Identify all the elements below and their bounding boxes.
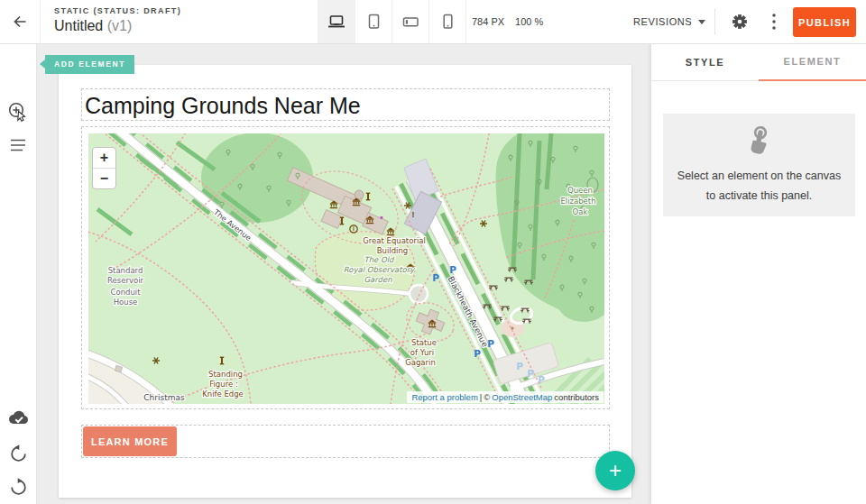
map-label-christmas: Christmas [143,393,185,402]
tablet-icon [364,14,382,30]
button-element-row[interactable]: LEARN MORE [81,425,610,458]
toolbar-divider [714,8,715,35]
map-attribution: Report a problem|©OpenStreetMapcontribut… [407,391,603,403]
svg-text:Royal Observatory: Royal Observatory [344,265,416,274]
phone-landscape-preview-button[interactable] [392,0,428,43]
svg-text:Conduit: Conduit [111,288,142,297]
tap-select-icon [743,124,776,159]
desktop-preview-button[interactable] [318,0,355,43]
map-zoom-in-button[interactable]: + [93,148,115,169]
chevron-down-icon [698,20,705,24]
svg-text:i: i [353,225,355,232]
hamburger-lines-icon [9,138,27,152]
add-element-tooltip: ADD ELEMENT [45,55,134,74]
page-heading-text: Camping Grounds Near Me [82,89,609,119]
panel-placeholder: Select an element on the canvas to activ… [663,114,855,216]
phone-landscape-icon [401,14,420,29]
page-structure-button[interactable] [0,129,36,161]
svg-text:Standing: Standing [208,370,243,379]
svg-text:Knife Edge: Knife Edge [202,389,244,399]
phone-portrait-preview-button[interactable] [428,0,466,43]
redo-button[interactable] [0,471,36,503]
heading-element[interactable]: Camping Grounds Near Me [81,88,610,121]
undo-button[interactable] [0,437,36,470]
svg-text:!: ! [412,210,415,219]
revisions-dropdown[interactable]: REVISIONS [633,0,705,43]
openstreetmap-embed[interactable]: i ! P P P P [88,133,604,404]
page-title-block: STATIC (STATUS: DRAFT) Untitled (v1) [54,6,181,34]
svg-text:Oak: Oak [573,207,588,216]
report-problem-link[interactable]: Report a problem [411,392,477,402]
svg-text:Reservoir: Reservoir [107,276,143,285]
panel-placeholder-text: Select an element on the canvas to activ… [677,166,841,206]
overflow-menu-button[interactable] [763,0,785,43]
back-button[interactable] [0,0,41,43]
settings-button[interactable] [727,0,752,43]
svg-text:P: P [516,361,523,371]
page-document: Camping Grounds Near Me [59,65,631,498]
laptop-icon [327,14,346,30]
undo-icon [9,444,28,463]
svg-text:House: House [114,298,138,307]
status-badge: STATIC (STATUS: DRAFT) [54,6,181,15]
map-zoom-out-button[interactable]: − [93,169,115,188]
svg-text:Garden: Garden [364,275,392,284]
learn-more-button[interactable]: LEARN MORE [83,426,177,456]
panel-tabs: STYLE ELEMENT [651,43,866,81]
map-graphic: i ! P P P P [88,133,604,404]
top-toolbar: STATIC (STATUS: DRAFT) Untitled (v1) [0,0,866,44]
tab-style[interactable]: STYLE [651,43,759,81]
device-preview-group [318,0,466,43]
page-builder-app: STATIC (STATUS: DRAFT) Untitled (v1) [0,0,866,504]
map-element[interactable]: i ! P P P P [81,126,610,409]
svg-text:Gagarin: Gagarin [405,358,436,367]
properties-panel: STYLE ELEMENT Select an element on the c… [651,43,866,504]
zoom-level: 100 % [515,16,543,27]
svg-text:Queen: Queen [567,186,593,195]
svg-text:Figure :: Figure : [209,380,238,389]
gear-icon [731,13,749,31]
back-arrow-icon [11,13,29,31]
svg-text:P: P [449,264,456,275]
add-section-fab[interactable]: + [595,451,635,490]
phone-portrait-icon [439,14,456,30]
osm-link[interactable]: OpenStreetMap [492,392,552,402]
add-element-button[interactable] [0,96,36,128]
tablet-preview-button[interactable] [355,0,392,43]
redo-icon [9,478,28,497]
svg-text:P: P [432,272,439,283]
svg-text:Building: Building [377,246,408,255]
cloud-check-icon [6,409,30,426]
autosave-status-indicator [0,401,36,434]
svg-text:Elizabeth: Elizabeth [560,197,595,206]
svg-text:Great Equatorial: Great Equatorial [363,236,426,245]
svg-text:Standard: Standard [108,266,143,275]
svg-text:Statue: Statue [411,338,437,347]
svg-text:P: P [474,348,481,359]
canvas-area: ADD ELEMENT Camping Grounds Near Me [36,43,651,504]
kebab-menu-icon [771,13,777,31]
publish-button[interactable]: PUBLISH [793,7,856,37]
svg-text:P: P [538,374,545,385]
tab-element[interactable]: ELEMENT [759,43,866,81]
page-title: Untitled (v1) [54,18,181,34]
svg-text:The Old: The Old [364,255,396,264]
left-sidebar [0,43,37,504]
svg-text:P: P [527,368,534,379]
viewport-width: 784 PX [472,16,504,27]
viewport-size-indicator: 784 PX 100 % [472,0,543,43]
svg-text:of Yuri: of Yuri [410,348,434,357]
add-element-icon [7,101,29,123]
map-zoom-control: + − [92,147,116,189]
